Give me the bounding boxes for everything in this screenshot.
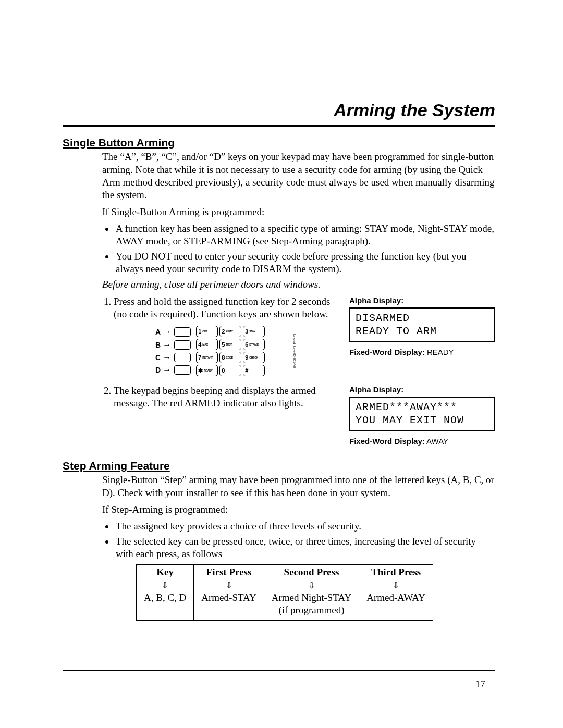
- keypad-key: 3STAY: [243, 326, 265, 337]
- keypad-key: 4MAX: [196, 339, 218, 350]
- step-2: The keypad begins beeping and displays t…: [114, 385, 344, 410]
- bullet-item: The selected key can be pressed once, tw…: [115, 535, 495, 561]
- page-number: – 17 –: [468, 678, 493, 690]
- down-arrow-icon: ⇩: [226, 581, 232, 590]
- section-heading-step-arming: Step Arming Feature: [63, 459, 495, 473]
- step-arming-table: Key ⇩ A, B, C, D First Press ⇩ Armed-STA…: [136, 564, 433, 620]
- step-text: Press and hold the assigned function key…: [114, 296, 330, 319]
- arrow-right-icon: →: [163, 326, 171, 338]
- lcd-line: ARMED***AWAY***: [356, 401, 489, 414]
- table-cell: A, B, C, D: [144, 592, 186, 603]
- keypad-key: 9CHECK: [243, 352, 265, 363]
- keypad-diagram: A B C D → → → →: [155, 326, 291, 376]
- down-arrow-icon: ⇩: [162, 581, 168, 590]
- table-header: Key: [156, 566, 174, 577]
- function-key: [174, 327, 191, 337]
- paragraph: The “A”, “B”, “C”, and/or “D” keys on yo…: [102, 151, 495, 201]
- table-cell: Armed Night-STAY: [272, 592, 351, 603]
- paragraph: If Step-Arming is programmed:: [102, 503, 495, 516]
- keypad-row-label: C: [155, 352, 161, 363]
- keypad-key: 0: [219, 365, 241, 376]
- paragraph: If Single-Button Arming is programmed:: [102, 206, 495, 218]
- lcd-display: DISARMED READY TO ARM: [349, 307, 495, 342]
- step-1: Press and hold the assigned function key…: [114, 295, 344, 377]
- keypad-key: 5TEST: [219, 339, 241, 350]
- table-cell: Armed-STAY: [201, 592, 256, 603]
- arrow-right-icon: →: [163, 364, 171, 376]
- fixed-word-display: Fixed-Word Display: AWAY: [349, 436, 495, 446]
- keypad-key: 8CODE: [219, 352, 241, 363]
- diagram-id-text: keypad_keys-00-001-V0: [292, 330, 296, 372]
- bullet-item: You DO NOT need to enter your security c…: [115, 250, 495, 276]
- table-header: Second Press: [284, 566, 339, 577]
- keypad-key: 1OFF: [196, 326, 218, 337]
- fixed-word-display: Fixed-Word Display: READY: [349, 347, 495, 357]
- section-heading-single-button: Single Button Arming: [63, 136, 495, 150]
- paragraph: Single-Button “Step” arming may have bee…: [102, 474, 495, 499]
- arrow-right-icon: →: [163, 339, 171, 351]
- footer-rule: [63, 670, 495, 671]
- lcd-line: READY TO ARM: [356, 325, 489, 338]
- page-title: Arming the System: [63, 99, 495, 127]
- keypad-row-label: D: [155, 364, 161, 376]
- table-header: First Press: [206, 566, 252, 577]
- keypad-key: ✱READY: [196, 365, 218, 376]
- down-arrow-icon: ⇩: [393, 581, 399, 590]
- bullet-item: The assigned key provides a choice of th…: [115, 520, 495, 533]
- keypad-row-label: A: [155, 326, 161, 338]
- function-key: [174, 340, 191, 350]
- alpha-display-label: Alpha Display:: [349, 295, 495, 305]
- function-key: [174, 353, 191, 362]
- alpha-display-label: Alpha Display:: [349, 385, 495, 394]
- pre-arming-note: Before arming, close all perimeter doors…: [102, 278, 495, 291]
- keypad-key: #: [243, 365, 265, 376]
- bullet-item: A function key has been assigned to a sp…: [115, 223, 495, 248]
- arrow-right-icon: →: [163, 352, 171, 363]
- function-key: [174, 365, 191, 375]
- keypad-key: 2AWAY: [219, 326, 241, 337]
- table-header: Third Press: [371, 566, 421, 577]
- lcd-display: ARMED***AWAY*** YOU MAY EXIT NOW: [349, 397, 495, 431]
- table-cell: Armed-AWAY: [366, 592, 425, 603]
- down-arrow-icon: ⇩: [308, 581, 315, 590]
- lcd-line: DISARMED: [356, 312, 489, 325]
- keypad-key: 7INSTANT: [196, 352, 218, 363]
- keypad-key: 6BYPASS: [243, 339, 265, 350]
- keypad-row-label: B: [155, 339, 161, 351]
- table-cell-note: (if programmed): [278, 604, 344, 615]
- lcd-line: YOU MAY EXIT NOW: [356, 414, 489, 427]
